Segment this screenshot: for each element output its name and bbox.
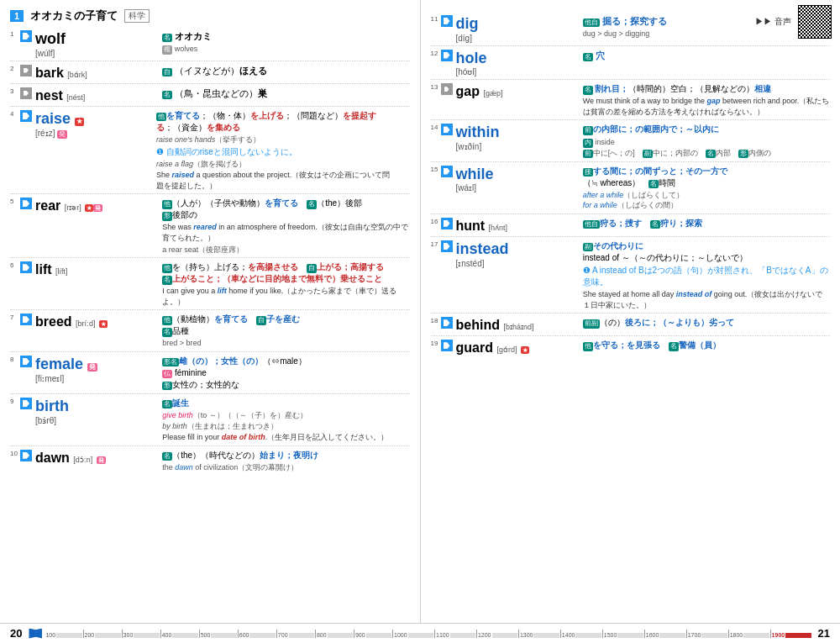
- progress-seg: [450, 633, 475, 638]
- progress-seg: [211, 633, 236, 638]
- chapter-title: オオカミの子育て: [30, 8, 118, 24]
- headword: while: [456, 166, 580, 184]
- headword: nest [nést]: [35, 87, 159, 103]
- right-page: ▶▶ 音声 11 dig [díg] 他自 掘る；探究する dug > dug …: [421, 0, 841, 623]
- word-entry-instead: 17 instead [ɪnstéd] 副その代わりに instead of ～…: [431, 240, 831, 314]
- headword: guard [gɑ́rd] ★: [456, 340, 580, 356]
- headword: dig: [456, 15, 580, 34]
- word-entry-wolf: 1 wolf [wúlf] 名 オオカミ 複 wolves: [10, 30, 410, 61]
- progress-seg: [408, 633, 433, 638]
- progress-seg: [56, 633, 81, 638]
- headword: female 発: [35, 356, 159, 374]
- page-footer: 20 100 200 300 400 500 600 700 800: [0, 623, 840, 643]
- word-entry-breed: 7 breed [bríːd] ★ 他（動植物）を育てる 自子を産む 名品種 b…: [10, 314, 410, 352]
- definition: 自 （イヌなどが）ほえる: [162, 65, 409, 77]
- headword: hunt [hʌ́nt]: [456, 218, 580, 234]
- progress-seg: [328, 633, 353, 638]
- chapter-tag: 科学: [124, 9, 150, 23]
- progress-seg: [95, 633, 120, 638]
- progress-bar: 100 200 300 400 500 600 700 800 900: [29, 629, 811, 639]
- definition: 前副（の）後ろに；（～よりも）劣って: [583, 317, 830, 329]
- word-entry-while: 15 while [wáɪl] 接する間に；の間ずっと；その一方で （≒ whe…: [431, 166, 831, 214]
- word-icon: [441, 340, 453, 351]
- definition: 名（the）（時代などの）始まり；夜明け: [162, 450, 409, 461]
- audio-label[interactable]: ▶▶ 音声: [755, 16, 791, 28]
- progress-seg: [701, 633, 727, 638]
- word-icon: [20, 30, 32, 42]
- word-entry-hunt: 16 hunt [hʌ́nt] 他自狩る；捜す 名狩り；探索: [431, 218, 831, 237]
- definition: 名 割れ目；（時間的）空白；（見解などの）相違: [583, 83, 830, 95]
- word-entry-gap: 13 gap [gǽp] 名 割れ目；（時間的）空白；（見解などの）相違 We …: [431, 83, 831, 120]
- word-entry-within: 14 within [wɪðín] 前の内部に；の範囲内で；～以内に 内 ins…: [431, 124, 831, 161]
- definition: 副その代わりに instead of ～（～の代わりに；～しないで）: [583, 240, 830, 264]
- definition: 名 穴: [583, 50, 830, 62]
- sentence: I can give you a lift home if you like.（…: [162, 286, 409, 307]
- progress-seg: [575, 633, 601, 638]
- word-icon: [441, 166, 453, 177]
- headword: bark [bɑ́rk]: [35, 65, 159, 81]
- word-icon: [20, 314, 32, 325]
- book-icon: [29, 629, 42, 639]
- word-entry-lift: 6 lift [líft] 他を（持ち）上げる；を高揚させる 自上がる；高揚する…: [10, 261, 410, 310]
- word-icon: [20, 65, 32, 76]
- headword: wolf: [35, 30, 159, 49]
- word-icon: [20, 450, 32, 461]
- headword: gap [gǽp]: [456, 83, 580, 99]
- headword: breed [bríːd] ★: [35, 314, 159, 329]
- progress-seg: [492, 633, 517, 638]
- phonetic: [wúlf]: [35, 49, 159, 58]
- qr-code: [798, 5, 832, 39]
- headword: raise ★: [35, 110, 153, 129]
- headword: hole: [456, 50, 580, 68]
- progress-seg: [249, 633, 275, 638]
- example: raise one's hands（挙手する）: [156, 134, 391, 145]
- word-icon: [441, 83, 453, 95]
- word-entry-nest: 3 nest [nést] 名 （鳥・昆虫などの）巣: [10, 87, 410, 107]
- word-entry-hole: 12 hole [hóʊl] 名 穴: [431, 50, 831, 81]
- example: raise a flag（旗を掲げる）: [156, 159, 391, 170]
- definition: 他自狩る；捜す 名狩り；探索: [583, 218, 830, 229]
- word-entry-bark: 2 bark [bɑ́rk] 自 （イヌなどが）ほえる: [10, 65, 410, 84]
- left-page-number: 20: [10, 627, 22, 640]
- phonetic: [réɪz] 発: [35, 129, 153, 139]
- definition: 名誕生: [162, 398, 409, 409]
- definition: 他を（持ち）上げる；を高揚させる 自上がる；高揚する 名上がること；（車などに目…: [162, 261, 409, 285]
- word-icon: [441, 124, 453, 135]
- left-page: 1 オオカミの子育て 科学 1 wolf [wúlf] 名 オオカミ 複 wol…: [0, 0, 421, 623]
- definition: 他を育てる；（物・体）を上げる；（問題など）を提起する；（資金）を集める: [156, 110, 391, 134]
- definition: 名 オオカミ: [162, 30, 409, 43]
- progress-seg: [617, 633, 643, 638]
- word-form: 複 wolves: [162, 44, 409, 55]
- definition: 接する間に；の間ずっと；その一方で （≒ whereas） 名時間: [583, 166, 830, 189]
- progress-seg: [743, 633, 769, 638]
- word-icon: [20, 110, 32, 122]
- word-icon: [20, 198, 32, 209]
- headword: behind [bɪháɪnd]: [456, 317, 580, 333]
- sentence: She was reared in an atmosphere of freed…: [162, 222, 409, 243]
- headword: rear [rɪər] ★発: [35, 198, 159, 213]
- word-entry-female: 8 female 発 [fíːmeɪl] 形名雌（の）；女性（の）（⇔male）…: [10, 356, 410, 394]
- progress-seg: [533, 633, 559, 638]
- definition: 他を守る；を見張る 名警備（員）: [583, 340, 830, 351]
- definition: 他（動植物）を育てる 自子を産む 名品種: [162, 314, 409, 337]
- chapter-header: 1 オオカミの子育て 科学: [10, 8, 410, 24]
- headword: lift [líft]: [35, 261, 159, 277]
- word-icon: [441, 240, 453, 252]
- definition: 前の内部に；の範囲内で；～以内に: [583, 124, 830, 135]
- right-page-number: 21: [818, 627, 830, 640]
- audio-area: ▶▶ 音声: [755, 5, 832, 39]
- word-entry-guard: 19 guard [gɑ́rd] ★ 他を守る；を見張る 名警備（員）: [431, 340, 831, 358]
- headword: within: [456, 124, 580, 142]
- word-icon: [441, 218, 453, 229]
- definition: 他（人が）（子供や動物）を育てる 名（the）後部 形後部の: [162, 198, 409, 221]
- progress-seg: [659, 633, 685, 638]
- word-icon: [441, 15, 453, 27]
- word-icon: [441, 50, 453, 61]
- chapter-number: 1: [10, 10, 24, 22]
- word-icon: [20, 261, 32, 273]
- headword: birth: [35, 398, 159, 416]
- word-entry-raise: 4 raise ★ [réɪz] 発 他を育てる；（物・体）を上げる；（問題など…: [10, 110, 410, 194]
- word-icon: [20, 87, 32, 99]
- word-icon: [20, 398, 32, 409]
- progress-seg: [134, 633, 159, 638]
